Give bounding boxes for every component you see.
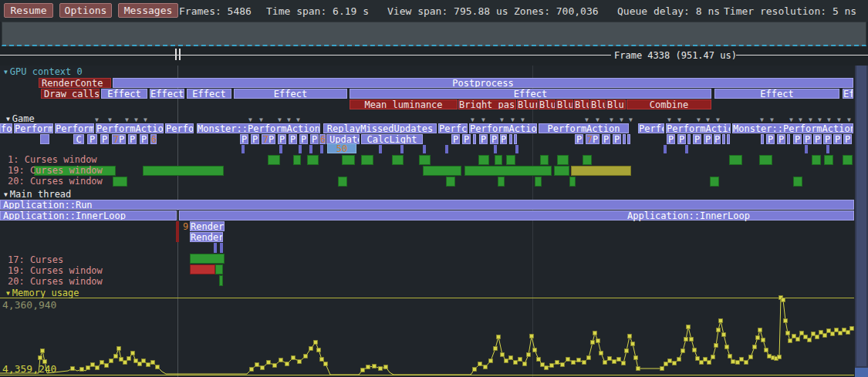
game-zone-row-2-zone[interactable]: P bbox=[833, 134, 842, 144]
game-tick-row-zone[interactable] bbox=[379, 145, 382, 153]
collapse-triangle-icon[interactable]: ▼ bbox=[4, 69, 8, 76]
game-zone-row-2-zone[interactable]: 7P bbox=[112, 134, 126, 144]
thread-label-20-curses-window[interactable]: 20: Curses window bbox=[8, 177, 103, 187]
vertical-scrollbar[interactable] bbox=[855, 66, 868, 377]
collapsed-zones-marker-icon[interactable]: ▼ bbox=[134, 116, 138, 123]
collapse-triangle-icon[interactable]: ▼ bbox=[6, 290, 10, 297]
thread-label-17-curses[interactable]: 17: Curses bbox=[8, 255, 63, 265]
main-run-row-zone[interactable]: Application::Run bbox=[0, 200, 854, 210]
game-thread-1-row-zone[interactable] bbox=[824, 155, 833, 165]
game-thread-19-row-zone[interactable] bbox=[571, 166, 631, 176]
game-zone-row-2-zone[interactable] bbox=[623, 134, 626, 144]
game-tick-row-zone[interactable] bbox=[445, 145, 448, 153]
game-zone-row-2-zone[interactable]: P bbox=[677, 134, 686, 144]
collapsed-zones-marker-icon[interactable]: ▼ bbox=[585, 116, 589, 123]
gpu-postprocess-detail-row-zone[interactable]: Combine bbox=[627, 99, 711, 109]
game-thread-1-row-zone[interactable] bbox=[419, 155, 431, 165]
game-zone-row-2-zone[interactable]: P bbox=[299, 134, 308, 144]
collapsed-zones-marker-icon[interactable]: ▼ bbox=[596, 116, 599, 123]
collapsed-zones-marker-icon[interactable]: ▼ bbox=[125, 116, 129, 123]
game-tick-row-zone[interactable] bbox=[241, 145, 245, 153]
game-thread-1-row-zone[interactable] bbox=[392, 155, 404, 165]
thread-label-1-curses-window[interactable]: 1: Curses window bbox=[8, 155, 97, 165]
collapsed-zones-marker-icon[interactable]: ▼ bbox=[481, 116, 485, 123]
game-thread-20-row-zone[interactable] bbox=[113, 177, 127, 187]
game-tick-row-zone[interactable] bbox=[494, 145, 497, 153]
game-zone-row-2-zone[interactable]: P bbox=[289, 134, 297, 144]
game-thread-1-row-zone[interactable] bbox=[557, 155, 569, 165]
gpu-drawcalls-row-zone[interactable]: Effect bbox=[350, 89, 711, 99]
game-zone-row-2-zone[interactable] bbox=[627, 134, 630, 144]
collapse-triangle-icon[interactable]: ▼ bbox=[6, 116, 10, 123]
options-button[interactable]: Options bbox=[59, 3, 112, 18]
game-zone-row-1-zone[interactable]: Monster::PerformAction bbox=[732, 123, 853, 133]
game-zone-row-2-zone[interactable]: P bbox=[613, 134, 621, 144]
game-zone-row-2-zone[interactable]: P bbox=[310, 134, 319, 144]
main-render-row-1-zone[interactable]: Render bbox=[190, 221, 225, 231]
gpu-renderctx-row-zone[interactable]: Postprocess bbox=[113, 78, 853, 88]
game-zone-row-2-zone[interactable]: P bbox=[500, 134, 507, 144]
game-zone-row-2-zone[interactable] bbox=[787, 134, 790, 144]
collapsed-zones-marker-icon[interactable]: ▼ bbox=[799, 116, 802, 123]
game-zone-row-1-zone[interactable]: PerformAction bbox=[539, 123, 629, 133]
gpu-drawcalls-row-zone[interactable]: Ef bbox=[843, 89, 853, 99]
game-zone-row-2-zone[interactable]: P bbox=[462, 134, 471, 144]
main-thread-20-row-zone[interactable] bbox=[219, 275, 223, 286]
game-selected-zone-row-zone[interactable]: 50 bbox=[327, 143, 356, 153]
game-zone-row-2-zone[interactable]: P bbox=[777, 134, 785, 144]
collapsed-zones-marker-icon[interactable]: ▼ bbox=[471, 116, 475, 123]
game-zone-row-1-zone[interactable]: PerformActio bbox=[469, 123, 537, 133]
game-tick-row-zone[interactable] bbox=[299, 145, 302, 153]
section-main-thread[interactable]: ▼Main thread bbox=[4, 190, 71, 200]
game-zone-row-2-zone[interactable]: P bbox=[451, 134, 460, 144]
game-zone-row-2-zone[interactable]: P bbox=[100, 134, 109, 144]
game-tick-row-zone[interactable] bbox=[423, 145, 426, 153]
game-zone-row-1-zone[interactable]: Perform bbox=[55, 123, 94, 133]
game-zone-row-1-zone[interactable]: Perform bbox=[14, 123, 53, 133]
collapsed-zones-marker-icon[interactable]: ▼ bbox=[706, 116, 710, 123]
collapsed-zones-marker-icon[interactable]: ▼ bbox=[248, 116, 252, 123]
game-zone-row-2-zone[interactable]: P bbox=[843, 134, 852, 144]
collapsed-zones-marker-icon[interactable]: ▼ bbox=[296, 116, 300, 123]
game-tick-row-zone[interactable] bbox=[279, 145, 282, 153]
collapsed-zones-marker-icon[interactable]: ▼ bbox=[770, 116, 774, 123]
game-zone-row-2-zone[interactable]: P bbox=[278, 134, 286, 144]
main-render-tick-row-zone[interactable] bbox=[214, 243, 217, 253]
game-thread-20-row-zone[interactable] bbox=[498, 177, 505, 187]
collapsed-zones-marker-icon[interactable]: ▼ bbox=[697, 116, 701, 123]
game-thread-1-row-zone[interactable] bbox=[759, 155, 772, 165]
collapsed-zones-marker-icon[interactable]: ▼ bbox=[667, 116, 671, 123]
collapsed-zones-marker-icon[interactable]: ▼ bbox=[95, 116, 99, 123]
gpu-drawcalls-row-zone[interactable]: Effect bbox=[234, 89, 347, 99]
game-zone-row-2-zone[interactable]: P bbox=[667, 134, 675, 144]
collapsed-zones-marker-icon[interactable]: ▼ bbox=[108, 116, 112, 123]
game-zone-row-2-zone[interactable]: P bbox=[704, 134, 712, 144]
main-render-tick-row-zone[interactable] bbox=[220, 243, 223, 253]
game-thread-1-row-zone[interactable] bbox=[361, 155, 373, 165]
collapsed-zones-marker-icon[interactable]: ▼ bbox=[144, 116, 147, 123]
game-thread-1-row-zone[interactable] bbox=[342, 155, 355, 165]
game-tick-row-zone[interactable] bbox=[320, 145, 323, 153]
game-zone-row-2-zone[interactable]: P bbox=[602, 134, 610, 144]
collapsed-zones-marker-icon[interactable]: ▼ bbox=[259, 116, 263, 123]
gpu-drawcalls-row-zone[interactable]: Effect bbox=[150, 89, 184, 99]
collapsed-zones-marker-icon[interactable]: ▼ bbox=[620, 116, 623, 123]
game-zone-row-2-zone[interactable]: P bbox=[240, 134, 248, 144]
collapsed-zones-marker-icon[interactable]: ▼ bbox=[521, 116, 525, 123]
game-zone-row-2-zone[interactable] bbox=[514, 134, 517, 144]
collapsed-zones-marker-icon[interactable]: ▼ bbox=[287, 116, 291, 123]
game-tick-row-zone[interactable] bbox=[805, 145, 808, 153]
game-zone-row-2-zone[interactable]: P bbox=[813, 134, 822, 144]
main-render-row-1-zone[interactable] bbox=[176, 221, 179, 242]
game-zone-row-2-zone[interactable] bbox=[761, 134, 764, 144]
collapsed-zones-marker-icon[interactable]: ▼ bbox=[818, 116, 822, 123]
game-thread-19-row-zone[interactable] bbox=[464, 166, 552, 176]
main-innerloop-row-zone[interactable] bbox=[179, 210, 854, 220]
game-thread-1-row-zone[interactable] bbox=[293, 155, 301, 165]
game-thread-1-row-zone[interactable] bbox=[495, 155, 502, 165]
collapsed-zones-marker-icon[interactable]: ▼ bbox=[789, 116, 793, 123]
gpu-postprocess-detail-row-zone[interactable]: Mean luminance bbox=[350, 99, 458, 109]
game-thread-1-row-zone[interactable] bbox=[478, 155, 489, 165]
game-tick-row-zone[interactable] bbox=[826, 145, 829, 153]
game-zone-row-2-zone[interactable]: CalcLight bbox=[361, 134, 423, 144]
